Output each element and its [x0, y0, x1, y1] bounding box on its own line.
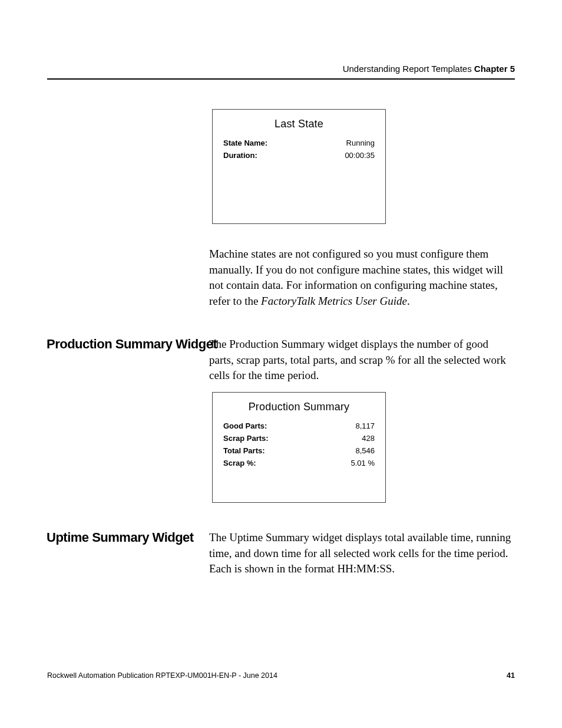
widget-row: Total Parts: 8,546 — [223, 446, 375, 455]
section-heading-production: Production Summary Widget — [47, 337, 217, 352]
row-value: 8,117 — [355, 421, 375, 430]
page-header: Understanding Report Templates Chapter 5 — [47, 64, 515, 80]
body-paragraph: Machine states are not configured so you… — [209, 246, 510, 309]
page-footer: Rockwell Automation Publication RPTEXP-U… — [47, 671, 515, 680]
widget-title: Last State — [223, 118, 375, 130]
row-label: Good Parts: — [223, 421, 267, 430]
row-label: Total Parts: — [223, 446, 265, 455]
breadcrumb: Understanding Report Templates Chapter 5 — [47, 64, 515, 74]
row-label: Scrap Parts: — [223, 434, 269, 443]
widget-row: Scrap Parts: 428 — [223, 434, 375, 443]
body-paragraph: The Production Summary widget displays t… — [209, 337, 515, 384]
breadcrumb-section: Understanding Report Templates — [343, 64, 474, 74]
page: Understanding Report Templates Chapter 5… — [0, 0, 562, 728]
para-text-tail: . — [407, 295, 410, 307]
section-heading-uptime: Uptime Summary Widget — [47, 530, 194, 545]
para-italic: FactoryTalk Metrics User Guide — [261, 295, 407, 307]
last-state-widget: Last State State Name: Running Duration:… — [212, 109, 386, 224]
header-rule — [47, 78, 515, 80]
widget-row: Duration: 00:00:35 — [223, 151, 375, 160]
widget-row: Good Parts: 8,117 — [223, 421, 375, 430]
production-summary-widget: Production Summary Good Parts: 8,117 Scr… — [212, 392, 386, 503]
widget-row: Scrap %: 5.01 % — [223, 459, 375, 467]
row-label: State Name: — [223, 139, 267, 147]
row-value: Running — [346, 139, 375, 147]
breadcrumb-chapter: Chapter 5 — [474, 64, 515, 74]
row-label: Scrap %: — [223, 459, 256, 467]
widget-title: Production Summary — [223, 401, 375, 413]
body-paragraph: The Uptime Summary widget displays total… — [209, 530, 515, 577]
row-value: 8,546 — [355, 446, 375, 455]
row-value: 00:00:35 — [345, 151, 375, 160]
row-value: 428 — [362, 434, 375, 443]
widget-row: State Name: Running — [223, 139, 375, 147]
row-label: Duration: — [223, 151, 257, 160]
row-value: 5.01 % — [351, 459, 375, 467]
page-number: 41 — [507, 671, 515, 680]
publication-id: Rockwell Automation Publication RPTEXP-U… — [47, 671, 277, 680]
